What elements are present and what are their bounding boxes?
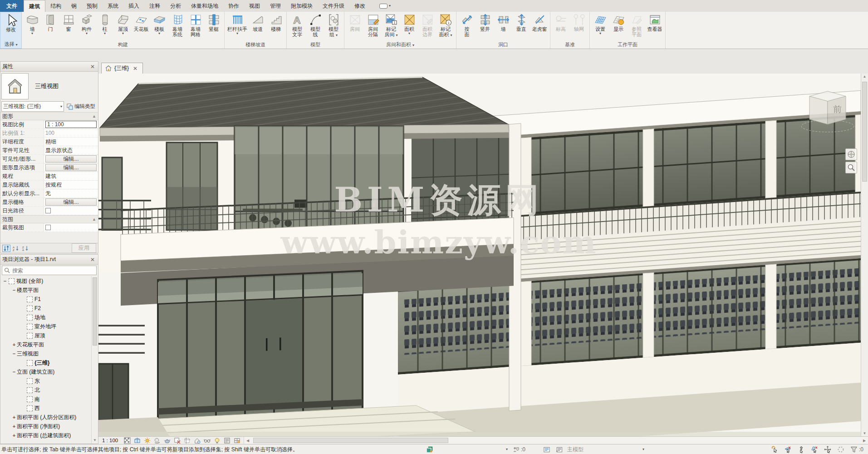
browser-search-box[interactable] [2,266,97,275]
ribbon-button-vertical-opening[interactable]: 垂直 [512,12,530,33]
ribbon-tab-11[interactable]: 管理 [265,0,286,12]
ribbon-button-mullion[interactable]: 竖梃 [205,12,223,33]
filter-icon[interactable] [850,446,858,453]
close-icon[interactable]: ✕ [89,64,96,70]
property-value[interactable]: 精细 [45,138,56,146]
panel-label-select[interactable]: 选择 ▾ [0,41,21,48]
ribbon-button-ceiling[interactable]: 天花板 [132,12,150,33]
tree-item[interactable]: 室外地坪 [0,322,91,331]
ribbon-tab-4[interactable]: 系统 [103,0,123,12]
ribbon-button-curtain-grid[interactable]: 幕墙网格 [186,12,205,38]
editing-requests-icon[interactable] [512,446,520,453]
model-viewport[interactable]: 前 BIM资源网 www.bimzyw.com [98,74,861,436]
tree-item[interactable]: −三维视图 [0,349,91,358]
ribbon-button-stair[interactable]: 楼梯 [267,12,285,33]
tree-item[interactable]: 场地 [0,313,91,322]
file-menu-button[interactable]: 文件 [0,0,24,12]
ribbon-button-room-separator[interactable]: 房间分隔 [364,12,382,38]
property-value[interactable]: 无 [45,190,51,197]
ribbon-button-wall[interactable]: 墙▾ [23,12,41,36]
tree-item[interactable]: −立面 (建筑立面) [0,367,91,376]
drag-elements-on-selection-icon[interactable] [824,446,832,453]
chevron-down-icon[interactable]: ▾ [506,448,508,451]
ribbon-button-room[interactable]: 房间 [346,12,364,33]
sort-descending-icon[interactable]: ZA [21,245,29,252]
ribbon-tab-0[interactable]: 建筑 [24,0,45,12]
ribbon-button-viewer[interactable]: 查看器 [646,12,664,33]
select-pinned-elements-icon[interactable] [798,446,805,453]
active-workset-icon[interactable] [555,446,563,453]
sort-ascending-icon[interactable]: AZ [12,245,20,252]
ribbon-button-ramp[interactable]: 坡道 [249,12,267,33]
chevron-down-icon[interactable]: ▾ [642,448,644,451]
tree-item[interactable]: F1 [0,295,91,304]
type-preview-button[interactable] [1,73,29,99]
ribbon-tab-6[interactable]: 注释 [144,0,165,12]
collapse-icon[interactable]: ▲ [92,217,96,222]
property-value[interactable]: 建筑 [45,173,56,180]
collapse-toggle[interactable]: − [11,369,17,375]
select-elements-by-face-icon[interactable] [811,446,819,453]
ribbon-tab-3[interactable]: 预制 [82,0,103,12]
ribbon-tab-1[interactable]: 结构 [45,0,66,12]
ribbon-button-show-workplane[interactable]: 显示 [609,12,628,33]
tree-item[interactable]: F2 [0,304,91,313]
scroll-right-icon[interactable]: ▶ [861,437,868,444]
tree-item[interactable]: 东 [0,376,91,385]
ribbon-button-grid[interactable]: 轴网 [570,12,588,33]
shadows-icon[interactable] [153,437,161,444]
ribbon-button-wall-opening[interactable]: 墙 [494,12,512,33]
ribbon-button-model-line[interactable]: 模型线 [306,12,324,38]
property-section-header[interactable]: 图形▲ [0,112,98,120]
tree-item[interactable]: +面积平面 (人防分区面积) [0,413,91,422]
reveal-hidden-elements-icon[interactable] [213,437,221,444]
ribbon-tab-10[interactable]: 视图 [244,0,265,12]
scroll-up-icon[interactable]: ▲ [861,74,868,79]
show-crop-region-icon[interactable] [183,437,191,444]
property-section-header[interactable]: 范围▲ [0,215,98,223]
ribbon-panel-label[interactable]: 洞口 [456,41,550,49]
drawing-vertical-scrollbar[interactable]: ▲ ▼ [861,74,868,436]
ribbon-tab-14[interactable]: 修改 [349,0,370,12]
property-value[interactable]: 100 [45,130,54,136]
ribbon-button-set-workplane[interactable]: 设置▾ [591,12,609,36]
ribbon-panel-label[interactable]: 楼梯坡道 [225,41,286,49]
select-links-icon[interactable] [771,446,779,453]
ribbon-panel-label[interactable]: 工作平面 [590,41,665,49]
edit-type-button[interactable]: 编辑类型 [65,101,97,112]
temporary-hide-isolate-icon[interactable] [203,437,211,444]
ribbon-button-model-group[interactable]: 模型组 ▾ [324,12,343,38]
ribbon-panel-label[interactable]: 模型 [287,41,344,49]
ribbon-tab-12[interactable]: 附加模块 [286,0,318,12]
property-checkbox[interactable] [45,225,51,230]
browser-scrollbar[interactable]: ▼ [91,276,98,444]
ribbon-button-floor[interactable]: 楼板▾ [150,12,168,36]
ribbon-tab-2[interactable]: 钢 [66,0,82,12]
property-checkbox[interactable] [45,208,51,213]
scroll-left-icon[interactable]: ◀ [244,437,251,444]
tree-item[interactable]: +面积平面 (净面积) [0,422,91,431]
ribbon-button-dormer[interactable]: 老虎窗 [530,12,549,33]
ribbon-button-column[interactable]: 柱▾ [96,12,114,36]
ribbon-button-opening-by-face[interactable]: 按面 [458,12,476,38]
search-input[interactable] [12,267,94,274]
ribbon-button-ref-plane[interactable]: 参照平面 [628,12,646,38]
tree-item[interactable]: 北 [0,385,91,395]
property-value[interactable]: 显示原状态 [45,147,73,154]
expand-toggle[interactable]: + [11,415,17,420]
show-constraints-icon[interactable] [233,437,241,444]
properties-header[interactable]: 属性 ✕ [0,62,98,72]
collapse-toggle[interactable]: − [11,287,17,293]
ribbon-display-options-button[interactable]: ▾ [377,0,393,12]
ribbon-button-tag-room[interactable]: 1标记房间 ▾ [382,12,400,38]
select-underlay-elements-icon[interactable] [785,446,792,453]
edit-button[interactable]: 编辑... [45,155,97,163]
project-browser-header[interactable]: 项目浏览器 - 项目1.rvt ✕ [0,255,98,265]
ribbon-button-shaft[interactable]: 竖井 [476,12,494,33]
ribbon-button-window[interactable]: 窗 [59,12,78,33]
sort-default-icon[interactable] [2,245,10,252]
ribbon-button-curtain-system[interactable]: 幕墙系统 [168,12,186,38]
apply-button[interactable]: 应用 [72,243,96,253]
temporary-view-properties-icon[interactable] [223,437,231,444]
scroll-down-icon[interactable]: ▼ [861,431,868,435]
